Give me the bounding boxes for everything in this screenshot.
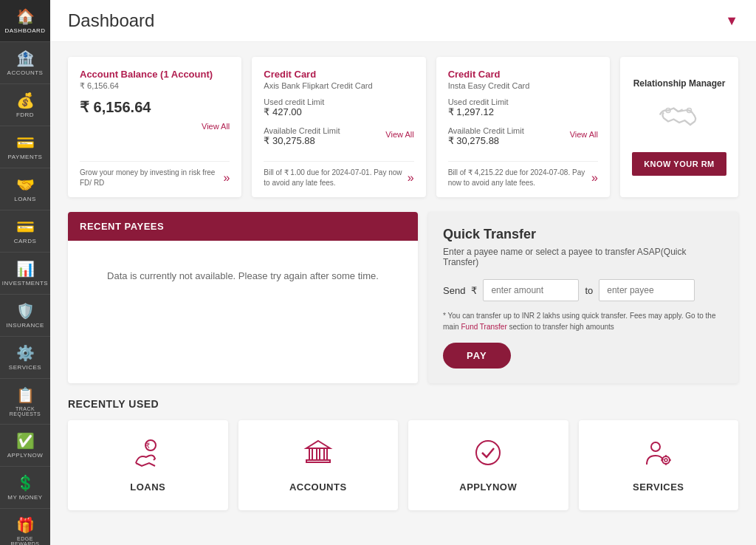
content-area: Account Balance (1 Account) ₹ 6,156.64 ₹… bbox=[50, 42, 756, 545]
svg-rect-8 bbox=[306, 460, 330, 462]
fund-transfer-link[interactable]: Fund Transfer bbox=[461, 323, 506, 331]
svg-point-10 bbox=[651, 442, 660, 451]
account-balance-footer: Grow your money by investing in risk fre… bbox=[80, 161, 230, 188]
sidebar-item-label: SERVICES bbox=[9, 364, 41, 371]
main-content: Dashboard ▼ Account Balance (1 Account) … bbox=[50, 0, 756, 545]
recently-used-loans[interactable]: ₹ LOANS bbox=[68, 420, 228, 510]
sidebar-item-track-requests[interactable]: 📋 TRACK REQUESTS bbox=[0, 379, 50, 425]
sidebar-item-label: INVESTMENTS bbox=[2, 280, 48, 287]
recently-used-applynow-label: APPLYNOW bbox=[459, 481, 517, 493]
my-money-icon: 💲 bbox=[16, 474, 35, 492]
available-limit-label-1: Available Credit Limit bbox=[264, 126, 340, 135]
credit-card-1-footer: Bill of ₹ 1.00 due for 2024-07-01. Pay n… bbox=[264, 161, 413, 188]
credit-card-1-footer-text: Bill of ₹ 1.00 due for 2024-07-01. Pay n… bbox=[264, 168, 402, 188]
svg-text:₹: ₹ bbox=[145, 442, 150, 450]
sidebar-item-label: ACCOUNTS bbox=[7, 69, 44, 76]
quick-transfer-title: Quick Transfer bbox=[443, 227, 724, 242]
quick-transfer-subtitle: Enter a payee name or select a payee to … bbox=[443, 247, 724, 267]
applynow-icon: ✅ bbox=[16, 432, 35, 450]
sidebar-item-loans[interactable]: 🤝 LOANS bbox=[0, 168, 50, 210]
sidebar-item-investments[interactable]: 📊 INVESTMENTS bbox=[0, 253, 50, 295]
quick-transfer-section: Quick Transfer Enter a payee name or sel… bbox=[428, 212, 738, 383]
applynow-recently-used-icon bbox=[473, 438, 503, 474]
recently-used-accounts[interactable]: ACCOUNTS bbox=[238, 420, 399, 510]
sidebar-item-label: EDGE REWARDS bbox=[3, 536, 47, 545]
recently-used-services[interactable]: SERVICES bbox=[579, 420, 739, 510]
loans-icon: 🤝 bbox=[16, 176, 35, 193]
used-limit-label-1: Used credit Limit bbox=[264, 97, 413, 106]
sidebar-item-fdrd[interactable]: 💰 FDRD bbox=[0, 84, 50, 126]
to-label: to bbox=[585, 285, 593, 296]
used-limit-value-2: ₹ 1,297.12 bbox=[448, 106, 598, 117]
recent-payees-empty: Data is currently not available. Please … bbox=[68, 241, 418, 311]
credit-card-2-view-all[interactable]: View All bbox=[570, 130, 598, 139]
amount-input[interactable] bbox=[483, 279, 579, 301]
credit-card-1: Credit Card Axis Bank Flipkart Credit Ca… bbox=[252, 57, 425, 197]
credit-card-2-title: Credit Card bbox=[448, 69, 598, 80]
credit-card-1-footer-arrow: » bbox=[408, 171, 414, 185]
currency-symbol: ₹ bbox=[471, 285, 477, 296]
account-balance-footer-text: Grow your money by investing in risk fre… bbox=[80, 168, 219, 188]
services-icon: ⚙️ bbox=[16, 344, 35, 362]
svg-rect-6 bbox=[317, 448, 320, 460]
sidebar-item-dashboard[interactable]: 🏠 DASHBOARD bbox=[0, 0, 50, 42]
recently-used-applynow[interactable]: APPLYNOW bbox=[408, 420, 568, 510]
credit-card-2-info: Used credit Limit ₹ 1,297.12 Available C… bbox=[448, 97, 598, 146]
insurance-icon: 🛡️ bbox=[16, 302, 35, 320]
credit-card-1-view-all[interactable]: View All bbox=[385, 130, 413, 139]
recently-used-loans-label: LOANS bbox=[130, 481, 165, 493]
sidebar: 🏠 DASHBOARD 🏦 ACCOUNTS 💰 FDRD 💳 PAYMENTS… bbox=[0, 0, 50, 545]
edge-rewards-icon: 🎁 bbox=[16, 516, 35, 534]
account-balance-view-all[interactable]: View All bbox=[202, 122, 230, 131]
credit-card-2-footer-text: Bill of ₹ 4,215.22 due for 2024-07-08. P… bbox=[448, 168, 587, 188]
header-arrow-icon: ▼ bbox=[725, 13, 738, 29]
sidebar-item-services[interactable]: ⚙️ SERVICES bbox=[0, 337, 50, 379]
recently-used-services-label: SERVICES bbox=[633, 481, 684, 493]
handshake-icon bbox=[657, 97, 701, 140]
credit-card-1-info: Used credit Limit ₹ 427.00 Available Cre… bbox=[264, 97, 413, 146]
recently-used-section: RECENTLY USED ₹ LOANS bbox=[68, 398, 738, 510]
know-your-rm-button[interactable]: KNOW YOUR RM bbox=[632, 152, 726, 176]
sidebar-item-applynow[interactable]: ✅ APPLYNOW bbox=[0, 425, 50, 467]
sidebar-item-label: PAYMENTS bbox=[8, 154, 43, 160]
sidebar-item-label: CARDS bbox=[14, 238, 37, 244]
sidebar-item-label: TRACK REQUESTS bbox=[3, 406, 47, 417]
pay-button[interactable]: PAY bbox=[443, 343, 511, 369]
sidebar-item-cards[interactable]: 💳 CARDS bbox=[0, 210, 50, 253]
middle-row: RECENT PAYEES Data is currently not avai… bbox=[68, 212, 738, 383]
recently-used-title: RECENTLY USED bbox=[68, 398, 738, 410]
track-requests-icon: 📋 bbox=[16, 386, 35, 404]
account-balance-card: Account Balance (1 Account) ₹ 6,156.64 ₹… bbox=[68, 57, 241, 197]
investments-icon: 📊 bbox=[16, 260, 35, 278]
accounts-recently-used-icon bbox=[303, 438, 333, 474]
sidebar-item-my-money[interactable]: 💲 MY MONEY bbox=[0, 467, 50, 509]
payee-input[interactable] bbox=[599, 279, 695, 301]
account-balance-footer-arrow: » bbox=[223, 171, 230, 185]
sidebar-item-accounts[interactable]: 🏦 ACCOUNTS bbox=[0, 42, 50, 84]
rm-card-title: Relationship Manager bbox=[633, 78, 726, 89]
send-label: Send bbox=[443, 285, 465, 296]
loans-recently-used-icon: ₹ bbox=[133, 438, 162, 474]
available-limit-value-2: ₹ 30,275.88 bbox=[448, 135, 524, 146]
sidebar-item-insurance[interactable]: 🛡️ INSURANCE bbox=[0, 295, 50, 337]
svg-rect-5 bbox=[309, 448, 312, 460]
recently-used-accounts-label: ACCOUNTS bbox=[289, 481, 347, 493]
available-limit-label-2: Available Credit Limit bbox=[448, 126, 524, 135]
sidebar-item-label: INSURANCE bbox=[6, 322, 44, 329]
quick-transfer-send-row: Send ₹ to bbox=[443, 279, 724, 301]
svg-point-12 bbox=[664, 459, 667, 462]
dashboard-icon: 🏠 bbox=[16, 7, 35, 25]
sidebar-item-label: APPLYNOW bbox=[7, 452, 44, 459]
sidebar-item-label: MY MONEY bbox=[7, 494, 42, 501]
page-title: Dashboard bbox=[68, 10, 154, 31]
payments-icon: 💳 bbox=[16, 134, 35, 151]
header: Dashboard ▼ bbox=[50, 0, 756, 42]
sidebar-item-label: FDRD bbox=[16, 112, 34, 118]
sidebar-item-edge-rewards[interactable]: 🎁 EDGE REWARDS bbox=[0, 509, 50, 545]
used-limit-label-2: Used credit Limit bbox=[448, 97, 598, 106]
account-balance-title: Account Balance (1 Account) bbox=[80, 69, 230, 80]
rm-card: Relationship Manager KNOW YOUR RM bbox=[620, 57, 738, 197]
credit-card-1-title: Credit Card bbox=[264, 69, 413, 80]
sidebar-item-payments[interactable]: 💳 PAYMENTS bbox=[0, 126, 50, 168]
credit-card-1-subtitle: Axis Bank Flipkart Credit Card bbox=[264, 81, 413, 90]
